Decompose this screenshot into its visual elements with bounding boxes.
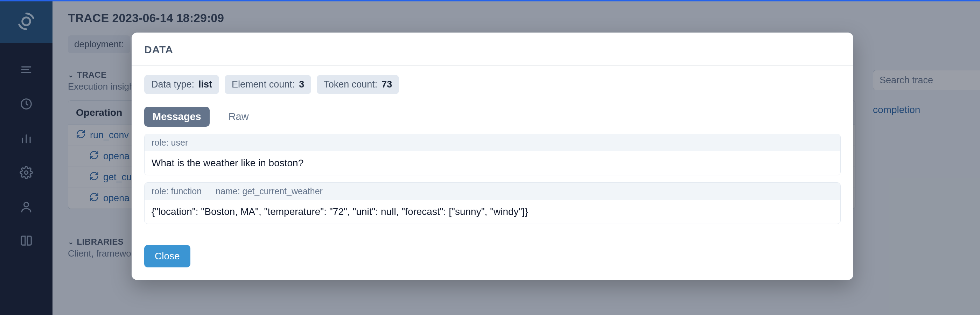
top-accent-bar: [0, 0, 980, 2]
token-count-badge: Token count: 73: [317, 75, 399, 94]
modal-badges: Data type: list Element count: 3 Token c…: [144, 75, 841, 94]
modal-title: DATA: [144, 44, 841, 56]
tab-raw[interactable]: Raw: [220, 107, 257, 127]
message-content: {"location": "Boston, MA", "temperature"…: [145, 200, 840, 224]
token-count-value: 73: [382, 79, 392, 90]
data-type-value: list: [199, 79, 212, 90]
message-role: role: function: [151, 186, 202, 196]
message-card: role: user What is the weather like in b…: [144, 134, 841, 175]
message-name: name: get_current_weather: [216, 186, 323, 196]
message-role: role: user: [151, 138, 188, 148]
element-count-label: Element count:: [232, 79, 295, 90]
message-header: role: function name: get_current_weather: [145, 183, 840, 200]
message-content: What is the weather like in boston?: [145, 151, 840, 175]
data-type-label: Data type:: [151, 79, 194, 90]
tab-messages[interactable]: Messages: [144, 107, 210, 127]
element-count-value: 3: [299, 79, 304, 90]
element-count-badge: Element count: 3: [225, 75, 311, 94]
token-count-label: Token count:: [324, 79, 377, 90]
message-card: role: function name: get_current_weather…: [144, 182, 841, 224]
close-button[interactable]: Close: [144, 245, 190, 267]
data-modal: DATA Data type: list Element count: 3 To…: [132, 33, 853, 280]
modal-tabs: Messages Raw: [144, 107, 841, 127]
data-type-badge: Data type: list: [144, 75, 219, 94]
message-header: role: user: [145, 134, 840, 151]
